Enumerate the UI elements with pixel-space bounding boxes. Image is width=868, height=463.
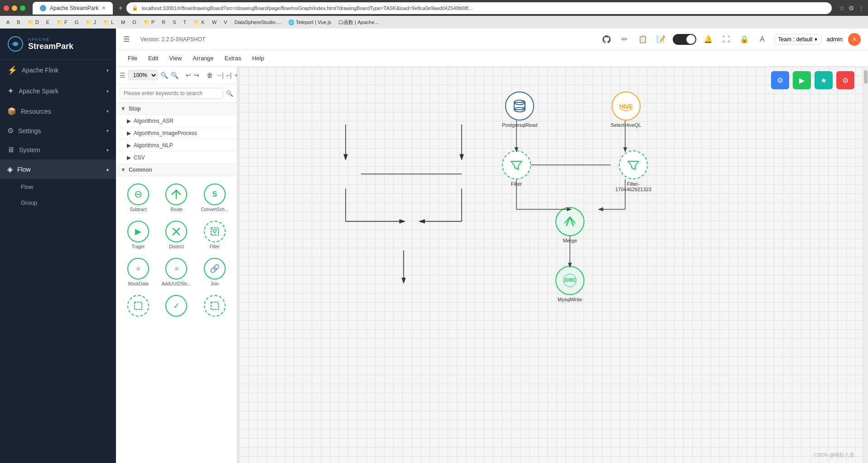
bookmark-k[interactable]: 📁 K — [191, 19, 207, 26]
algo-image-item[interactable]: ▶ Algorithms_ImageProcess — [116, 127, 237, 140]
menu-extras[interactable]: Extras — [220, 53, 246, 63]
bookmark-b[interactable]: B — [14, 19, 23, 26]
node-filter2[interactable]: Filter-1704462921323 — [611, 150, 656, 192]
menu-file[interactable]: File — [123, 53, 142, 63]
run-action-btn[interactable]: ▶ — [793, 71, 811, 89]
settings-action-btn[interactable]: ⚙ — [771, 71, 789, 89]
close-btn[interactable] — [4, 5, 9, 11]
postgresql-circle — [505, 92, 534, 121]
algo-asr-item[interactable]: ▶ Algorithms_ASR — [116, 115, 237, 127]
bookmark-t[interactable]: T — [181, 19, 189, 26]
sidebar-item-flow[interactable]: ◈ Flow ▴ — [0, 159, 116, 179]
bookmark-p[interactable]: 📁 P — [141, 19, 157, 26]
bookmark-m[interactable]: M — [118, 19, 128, 26]
edit1-icon[interactable]: ✏ — [618, 33, 631, 46]
component-distinct[interactable]: Distinct — [158, 217, 195, 253]
node-filter1[interactable]: Filter — [502, 150, 531, 187]
tab-close-icon[interactable]: ✕ — [102, 5, 106, 10]
theme-toggle[interactable] — [673, 34, 696, 45]
component-comp12[interactable] — [196, 291, 233, 322]
max-btn[interactable] — [20, 5, 25, 11]
bookmark-d[interactable]: 📁 D — [25, 19, 42, 26]
bookmark-e[interactable]: E — [43, 19, 52, 26]
menu-arrange[interactable]: Arrange — [188, 53, 218, 63]
star-action-btn[interactable]: ★ — [815, 71, 833, 89]
zoom-out-icon[interactable]: 🔍 — [160, 69, 168, 81]
zoom-in-icon[interactable]: 🔍 — [171, 69, 178, 81]
drawing-canvas[interactable]: PostgresqlRead HIVE SelectHiveQL — [239, 67, 868, 463]
component-route[interactable]: Route — [158, 180, 195, 216]
waypoint-icon[interactable]: ⌐| — [227, 69, 232, 81]
redo-icon[interactable]: ↪ — [194, 69, 199, 81]
sidebar-subitem-group[interactable]: Group — [0, 195, 116, 211]
bookmark-g[interactable]: G — [72, 19, 82, 26]
team-select[interactable]: Team : default ▾ — [774, 34, 821, 45]
bookmark-apache[interactable]: 口函数 | Apache... — [336, 18, 381, 27]
bookmark-v[interactable]: V — [221, 19, 230, 26]
component-adduuidsto[interactable]: ≡ AddUUIDSto... — [158, 254, 195, 290]
undo-icon[interactable]: ↩ — [186, 69, 191, 81]
component-comp10[interactable] — [120, 291, 157, 322]
extensions-icon[interactable]: ⚙ — [849, 5, 854, 12]
bookmark-f[interactable]: 📁 F — [54, 19, 70, 26]
canvas-grid — [239, 67, 868, 463]
sidebar-toggle-icon[interactable]: ☰ — [123, 35, 130, 43]
sidebar-item-flink[interactable]: ⚡ Apache Flink ▾ — [0, 60, 116, 81]
bell-icon[interactable]: 🔔 — [702, 33, 714, 46]
bookmark-icon[interactable]: ☆ — [839, 5, 845, 12]
menu-help[interactable]: Help — [247, 53, 269, 63]
menu-view[interactable]: View — [164, 53, 186, 63]
sidebar-item-system[interactable]: 🖥 System ▾ — [0, 140, 116, 159]
zoom-select[interactable]: 100% — [128, 70, 158, 80]
component-convertsch[interactable]: S ConvertSch... — [196, 180, 233, 216]
sidebar-item-spark[interactable]: ✦ Apache Spark ▾ — [0, 81, 116, 101]
sidebar-item-settings[interactable]: ⚙ Settings ▾ — [0, 121, 116, 140]
config-action-btn[interactable]: ⚙ — [836, 71, 854, 89]
edit3-icon[interactable]: 📝 — [655, 33, 667, 46]
active-tab[interactable]: Apache StreamPark ✕ — [33, 2, 113, 14]
component-mockdata[interactable]: ≡ MockData — [120, 254, 157, 290]
node-postgresql[interactable]: PostgresqlRead — [502, 92, 537, 128]
delete-icon[interactable]: 🗑 — [207, 69, 213, 81]
component-comp11[interactable]: ✓ — [158, 291, 195, 322]
vertical-scrollbar[interactable] — [863, 67, 868, 463]
bookmark-a[interactable]: A — [4, 19, 12, 26]
common-section-header[interactable]: ▼ Common — [116, 164, 237, 176]
bookmark-o[interactable]: O — [130, 19, 139, 26]
search-input[interactable] — [120, 88, 223, 99]
node-mysql[interactable]: JDBC MysqlWrite — [555, 266, 584, 302]
bookmark-datasphere[interactable]: DataSphereStudio-... — [231, 19, 284, 26]
sidebar-subitem-flow[interactable]: Flow — [0, 179, 116, 195]
component-trager[interactable]: ▶ Trager — [120, 217, 157, 253]
lock-icon[interactable]: 🔒 — [738, 33, 751, 46]
sidebar-item-resources[interactable]: 📦 Resources ▾ — [0, 101, 116, 121]
bookmark-l[interactable]: 📁 L — [101, 19, 116, 26]
connect-icon[interactable]: →| — [216, 69, 224, 81]
node-hive[interactable]: HIVE SelectHiveQL — [611, 92, 641, 128]
translate-icon[interactable]: A — [756, 33, 769, 46]
bookmark-w[interactable]: W — [209, 19, 219, 26]
algo-nlp-item[interactable]: ▶ Algorithms_NLP — [116, 140, 237, 152]
menu-icon[interactable]: ⋮ — [858, 5, 864, 12]
address-bar[interactable]: 🔒 localhost:10001/#/flow/drawingBoard?sr… — [126, 2, 832, 14]
min-btn[interactable] — [12, 5, 17, 11]
github-icon[interactable] — [600, 33, 613, 46]
csv-item[interactable]: ▶ CSV — [116, 152, 237, 164]
component-filter[interactable]: Filter — [196, 217, 233, 253]
fullscreen-icon[interactable]: ⛶ — [720, 33, 733, 46]
scrollbar-thumb[interactable] — [864, 70, 868, 84]
bookmark-j[interactable]: 📁 J — [83, 19, 99, 26]
bookmark-r[interactable]: R — [159, 19, 168, 26]
bookmark-s[interactable]: S — [170, 19, 178, 26]
menu-edit[interactable]: Edit — [144, 53, 163, 63]
stop-section-header[interactable]: ▼ Stop — [116, 103, 237, 115]
node-merge[interactable]: Merge — [555, 207, 584, 243]
bookmark-teleport[interactable]: 🌐 Teleport | Vue.js — [285, 19, 334, 26]
panel-menu-icon[interactable]: ☰ — [120, 69, 125, 81]
search-button[interactable]: 🔍 — [226, 90, 233, 97]
component-subtract[interactable]: ⊖ Subtract — [120, 180, 157, 216]
edit2-icon[interactable]: 📋 — [637, 33, 649, 46]
admin-avatar[interactable]: A — [848, 33, 861, 46]
component-join[interactable]: 🔗 Join — [196, 254, 233, 290]
new-tab-btn[interactable]: + — [118, 4, 122, 12]
